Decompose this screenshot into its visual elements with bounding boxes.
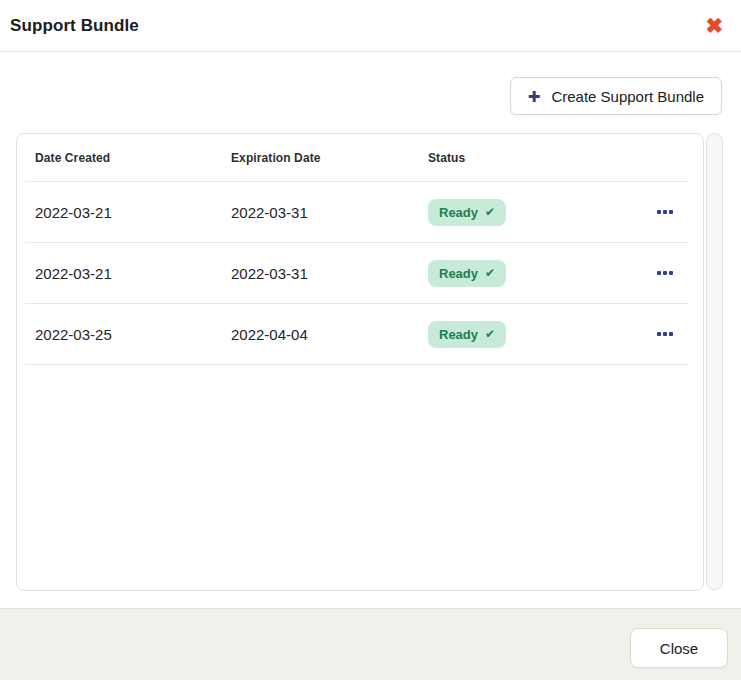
- status-cell: Ready ✔: [428, 321, 603, 348]
- row-menu-button[interactable]: [655, 265, 675, 281]
- table-row: 2022-03-25 2022-04-04 Ready ✔: [17, 304, 703, 364]
- modal-header: Support Bundle ✖: [0, 0, 741, 52]
- plus-icon: ✚: [528, 89, 541, 104]
- date-created-cell: 2022-03-25: [35, 326, 231, 343]
- date-created-cell: 2022-03-21: [35, 265, 231, 282]
- row-divider: [25, 364, 689, 365]
- modal-title: Support Bundle: [10, 16, 139, 36]
- check-icon: ✔: [485, 328, 495, 340]
- date-created-cell: 2022-03-21: [35, 204, 231, 221]
- table-header-row: Date Created Expiration Date Status: [17, 134, 703, 181]
- row-menu-button[interactable]: [655, 326, 675, 342]
- status-badge: Ready ✔: [428, 199, 506, 226]
- scrollbar-track[interactable]: [706, 133, 723, 590]
- column-header-status: Status: [428, 151, 603, 165]
- status-badge: Ready ✔: [428, 260, 506, 287]
- check-icon: ✔: [485, 267, 495, 279]
- table-row: 2022-03-21 2022-03-31 Ready ✔: [17, 182, 703, 242]
- status-label: Ready: [439, 266, 478, 281]
- ellipsis-icon: [657, 271, 661, 275]
- modal-footer: Close: [0, 608, 741, 680]
- ellipsis-icon: [657, 332, 661, 336]
- ellipsis-icon: [657, 210, 661, 214]
- expiration-date-cell: 2022-03-31: [231, 204, 428, 221]
- status-cell: Ready ✔: [428, 199, 603, 226]
- status-cell: Ready ✔: [428, 260, 603, 287]
- table-row: 2022-03-21 2022-03-31 Ready ✔: [17, 243, 703, 303]
- column-header-expiration-date: Expiration Date: [231, 151, 428, 165]
- create-support-bundle-label: Create Support Bundle: [551, 88, 704, 105]
- check-icon: ✔: [485, 206, 495, 218]
- expiration-date-cell: 2022-03-31: [231, 265, 428, 282]
- support-bundle-table: Date Created Expiration Date Status 2022…: [16, 133, 704, 591]
- status-badge: Ready ✔: [428, 321, 506, 348]
- create-support-bundle-button[interactable]: ✚ Create Support Bundle: [510, 77, 722, 115]
- close-icon[interactable]: ✖: [701, 13, 727, 38]
- status-label: Ready: [439, 205, 478, 220]
- status-label: Ready: [439, 327, 478, 342]
- column-header-date-created: Date Created: [35, 151, 231, 165]
- row-menu-button[interactable]: [655, 204, 675, 220]
- close-button[interactable]: Close: [630, 628, 728, 668]
- expiration-date-cell: 2022-04-04: [231, 326, 428, 343]
